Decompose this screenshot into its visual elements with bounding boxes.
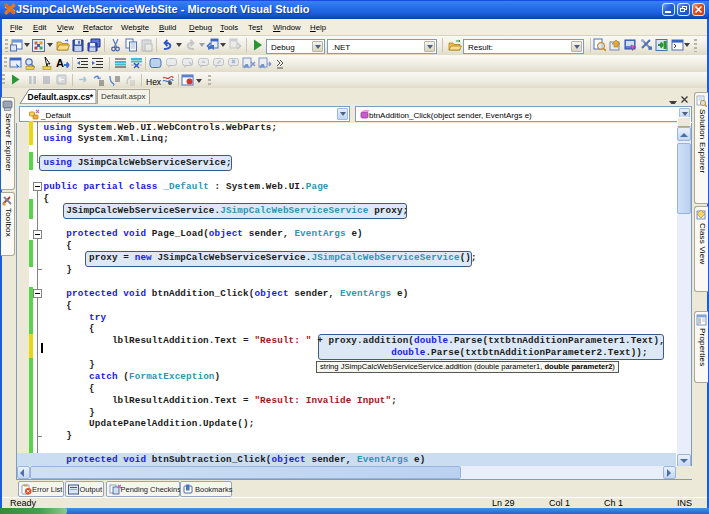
svg-text:A: A xyxy=(56,57,64,69)
